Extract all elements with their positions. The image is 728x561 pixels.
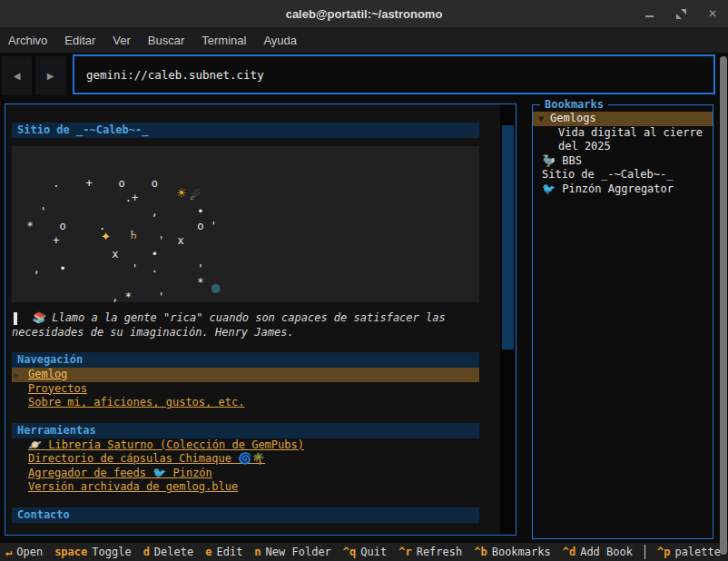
- section-heading: Herramientas: [12, 423, 479, 438]
- shortcut-quit: ^q Quit: [343, 546, 387, 558]
- link-libreria-saturno[interactable]: 🪐 Librería Saturno (Colección de GemPubs…: [12, 438, 479, 453]
- link-agregador-pinzon[interactable]: Agregador de feeds 🐦 Pinzón: [12, 467, 479, 481]
- menu-editar[interactable]: Editar: [64, 34, 95, 47]
- bookmark-item[interactable]: Sitio de _-~Caleb~-_: [533, 168, 713, 182]
- section-contacto: Contacto: [12, 507, 479, 523]
- window-controls: ✕: [643, 0, 719, 27]
- back-button[interactable]: ◀: [2, 56, 32, 95]
- terminal-scrollbar[interactable]: [720, 56, 727, 555]
- close-icon: ✕: [708, 7, 717, 20]
- quote-marker: [14, 312, 17, 325]
- bookmark-item[interactable]: Vida digital al cierre del 2025: [533, 126, 713, 154]
- sun-icon: ☀: [176, 186, 187, 201]
- quote-text: 📚 Llamo a la gente "rica" cuando son cap…: [12, 311, 478, 340]
- forward-icon: ▶: [47, 71, 54, 81]
- link-proyectos[interactable]: Proyectos: [12, 382, 479, 397]
- menu-terminal[interactable]: Terminal: [202, 34, 246, 47]
- shortcut-palette: ^p palette: [657, 546, 721, 558]
- content-scrollbar-thumb[interactable]: [502, 125, 514, 349]
- starfield-art: . + o o .+ ' , • * o . o ' + ' x x • , •…: [12, 146, 479, 302]
- page-title: Sitio de _-~Caleb~-_: [12, 123, 479, 138]
- maximize-icon: [676, 9, 686, 19]
- satellite-icon: ☄: [190, 189, 201, 203]
- bookmark-item[interactable]: 🐦 Pinzón Aggregator: [533, 182, 713, 197]
- section-heading: Contacto: [12, 507, 479, 523]
- link-version-archivada[interactable]: Versión archivada de gemlog.blue: [12, 480, 479, 495]
- section-navegacion: Navegación ▶Gemlog Proyectos Sobre mi, a…: [12, 352, 479, 410]
- shortcut-add-bookmark: ^d Add Book: [563, 546, 633, 558]
- forward-button[interactable]: ▶: [35, 56, 65, 95]
- minimize-icon: [645, 15, 654, 17]
- menu-buscar[interactable]: Buscar: [148, 34, 184, 47]
- statusbar-divider: [644, 545, 645, 559]
- quote-block: 📚 Llamo a la gente "rica" cuando son cap…: [12, 311, 479, 340]
- sparkles-icon: ✦: [101, 230, 111, 244]
- shortcut-toggle: space Toggle: [54, 546, 131, 558]
- bookmark-folder-gemlogs[interactable]: ▼Gemlogs: [533, 112, 713, 126]
- window-title: caleb@portatil:~/astronomo: [286, 7, 443, 21]
- bookmark-item[interactable]: 🦤 BBS: [533, 154, 713, 169]
- shortcut-bookmarks: ^b Bookmarks: [474, 546, 550, 558]
- menubar: Archivo Editar Ver Buscar Terminal Ayuda: [0, 27, 728, 53]
- menu-ayuda[interactable]: Ayuda: [263, 34, 297, 47]
- shortcut-delete: d Delete: [143, 546, 194, 558]
- shortcut-refresh: ^r Refresh: [398, 546, 462, 558]
- back-icon: ◀: [14, 71, 21, 81]
- starfield-text: . + o o .+ ' , • * o . o ' + ' x x • , •…: [14, 177, 479, 302]
- minimize-button[interactable]: [643, 7, 655, 20]
- statusbar: ↵ Open space Toggle d Delete e Edit n Ne…: [0, 543, 728, 561]
- content-scrollbar[interactable]: [500, 104, 516, 535]
- close-button[interactable]: ✕: [706, 7, 719, 20]
- content-panel: Sitio de _-~Caleb~-_ . + o o .+ ' , • * …: [5, 103, 516, 536]
- earth-icon: ●: [211, 280, 221, 295]
- bookmarks-title: Bookmarks: [540, 98, 608, 111]
- titlebar: caleb@portatil:~/astronomo ✕: [0, 0, 728, 27]
- section-herramientas: Herramientas 🪐 Librería Saturno (Colecci…: [12, 423, 479, 495]
- link-gemlog[interactable]: ▶Gemlog: [12, 368, 479, 382]
- link-sobre-mi[interactable]: Sobre mi, aficiones, gustos, etc.: [12, 396, 479, 410]
- section-heading: Navegación: [12, 352, 479, 368]
- bookmarks-panel: Bookmarks ▼Gemlogs Vida digital al cierr…: [532, 104, 713, 539]
- navigation-toolbar: ◀ ▶: [0, 53, 728, 103]
- url-input[interactable]: [73, 54, 715, 94]
- shortcut-edit: e Edit: [205, 546, 242, 558]
- maximize-button[interactable]: [674, 7, 687, 20]
- link-directorio-chimaque[interactable]: Directorio de cápsulas Chimaque 🌀🌴: [12, 452, 479, 467]
- menu-archivo[interactable]: Archivo: [8, 34, 47, 47]
- saturn-icon: ♄: [128, 228, 139, 242]
- selection-arrow-icon: ▶: [14, 368, 28, 382]
- folder-expanded-icon: ▼: [538, 113, 544, 123]
- shortcut-new-folder: n New Folder: [254, 546, 330, 558]
- menu-ver[interactable]: Ver: [113, 34, 131, 47]
- shortcut-open: ↵ Open: [5, 546, 43, 558]
